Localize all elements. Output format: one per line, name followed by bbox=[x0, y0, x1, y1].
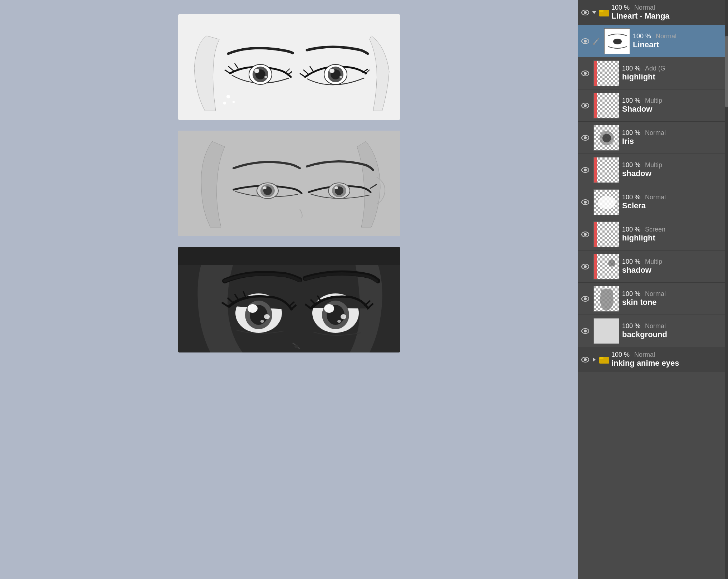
layer-blend-lineart bbox=[653, 33, 654, 40]
svg-point-113 bbox=[584, 358, 587, 361]
layer-info-highlight: 100 % Add (G highlight bbox=[622, 65, 726, 82]
visibility-icon-sclera[interactable] bbox=[580, 197, 591, 208]
svg-rect-100 bbox=[594, 254, 619, 279]
layer-highlight2[interactable]: 100 % Screen highlight bbox=[578, 218, 728, 250]
layer-highlight[interactable]: 100 % Add (G highlight bbox=[578, 57, 728, 89]
layer-name-background: background bbox=[622, 330, 726, 339]
layer-blend-mode-lineart: Normal bbox=[656, 33, 676, 40]
svg-point-44 bbox=[584, 40, 587, 43]
svg-point-36 bbox=[337, 320, 341, 323]
visibility-icon-skin-tone[interactable] bbox=[580, 293, 591, 304]
svg-rect-24 bbox=[178, 247, 400, 265]
svg-point-12 bbox=[233, 101, 235, 103]
layer-shadow3[interactable]: 100 % Multip shadow bbox=[578, 250, 728, 283]
layer-skin-tone[interactable]: 100 % Normal skin tone bbox=[578, 283, 728, 315]
layer-lineart[interactable]: 100 % Normal Lineart bbox=[578, 25, 728, 57]
layer-blend-inking bbox=[631, 351, 633, 359]
layer-info-inking: 100 % Normal inking anime eyes bbox=[611, 351, 726, 368]
svg-point-5 bbox=[264, 76, 267, 78]
layer-group-lineart-manga[interactable]: 100 % Normal Lineart - Manga bbox=[578, 0, 728, 25]
layer-blend-iris bbox=[642, 129, 644, 137]
svg-rect-78 bbox=[594, 157, 619, 183]
canvas-area bbox=[0, 0, 578, 579]
svg-point-47 bbox=[613, 39, 622, 44]
layer-name-iris: Iris bbox=[622, 137, 726, 146]
layer-name-lineart-manga: Lineart - Manga bbox=[611, 11, 726, 21]
layer-iris[interactable]: 100 % Normal Iris bbox=[578, 122, 728, 154]
layers-scrollbar[interactable] bbox=[725, 0, 728, 579]
svg-point-22 bbox=[334, 186, 338, 189]
layer-thumb-lineart bbox=[604, 28, 630, 54]
layer-sclera[interactable]: 100 % Normal Sclera bbox=[578, 186, 728, 218]
visibility-icon-highlight[interactable] bbox=[580, 68, 591, 79]
folder-icon-inking bbox=[599, 355, 609, 364]
layer-group-inking[interactable]: 100 % Normal inking anime eyes bbox=[578, 347, 728, 372]
svg-point-18 bbox=[263, 186, 267, 189]
layer-info-sclera: 100 % Normal Sclera bbox=[622, 194, 726, 210]
layer-opacity-iris: 100 % bbox=[622, 129, 640, 137]
svg-point-95 bbox=[584, 265, 587, 268]
visibility-icon-lineart[interactable] bbox=[580, 36, 591, 47]
mid-drawing-panel bbox=[178, 131, 400, 236]
layer-blend-mode-lineart-manga: Normal bbox=[634, 4, 655, 11]
visibility-icon-shadow3[interactable] bbox=[580, 261, 591, 272]
svg-point-45 bbox=[593, 43, 595, 45]
svg-rect-51 bbox=[597, 61, 619, 86]
scrollbar-thumb[interactable] bbox=[725, 36, 728, 107]
top-drawing-panel bbox=[178, 14, 400, 120]
svg-point-37 bbox=[294, 345, 298, 348]
group-arrow-lineart-manga[interactable] bbox=[591, 9, 598, 16]
layer-opacity-skin-tone: 100 % bbox=[622, 290, 640, 298]
layer-name-inking: inking anime eyes bbox=[611, 359, 726, 368]
top-panel-bg bbox=[178, 14, 400, 120]
layer-background[interactable]: 100 % Normal background bbox=[578, 315, 728, 347]
layer-thumb-sclera bbox=[593, 189, 619, 215]
svg-point-64 bbox=[584, 136, 587, 139]
layer-blend-lineart-manga bbox=[631, 4, 633, 11]
svg-marker-40 bbox=[592, 11, 596, 14]
layer-info-lineart: 100 % Normal Lineart bbox=[633, 33, 726, 49]
layer-opacity-inking: 100 % bbox=[611, 351, 630, 359]
layer-thumb-highlight bbox=[593, 60, 619, 86]
svg-point-4 bbox=[254, 69, 259, 73]
visibility-icon-iris[interactable] bbox=[580, 132, 591, 143]
brush-icon-lineart bbox=[592, 37, 600, 45]
layer-blend-mode-background: Normal bbox=[645, 322, 666, 330]
layer-blend-highlight2 bbox=[642, 226, 644, 233]
svg-point-71 bbox=[602, 134, 611, 142]
svg-point-88 bbox=[584, 233, 587, 236]
svg-point-110 bbox=[584, 330, 587, 332]
visibility-icon-inking[interactable] bbox=[580, 354, 591, 365]
svg-point-10 bbox=[339, 76, 342, 78]
visibility-icon-lineart-manga[interactable] bbox=[580, 7, 591, 18]
svg-point-34 bbox=[324, 304, 334, 313]
svg-rect-116 bbox=[599, 357, 604, 359]
layers-panel: 100 % Normal Lineart - Manga bbox=[578, 0, 728, 579]
layer-shadow1[interactable]: 100 % Multip Shadow bbox=[578, 89, 728, 122]
layer-thumb-shadow1 bbox=[593, 93, 619, 118]
visibility-icon-background[interactable] bbox=[580, 326, 591, 336]
svg-point-30 bbox=[260, 320, 264, 323]
visibility-icon-shadow2[interactable] bbox=[580, 165, 591, 175]
layer-info-background: 100 % Normal background bbox=[622, 322, 726, 339]
layer-opacity-sclera: 100 % bbox=[622, 194, 640, 201]
mid-panel-bg bbox=[178, 131, 400, 236]
layer-blend-mode-iris: Normal bbox=[645, 129, 666, 137]
layer-blend-sclera bbox=[642, 194, 644, 201]
layer-info-lineart-manga: 100 % Normal Lineart - Manga bbox=[611, 4, 726, 21]
svg-point-28 bbox=[248, 304, 258, 313]
group-arrow-inking[interactable] bbox=[591, 356, 598, 363]
layer-blend-shadow3 bbox=[642, 258, 644, 266]
layer-blend-mode-inking: Normal bbox=[634, 351, 655, 359]
visibility-icon-highlight2[interactable] bbox=[580, 229, 591, 240]
layer-name-shadow3: shadow bbox=[622, 266, 726, 275]
layer-info-highlight2: 100 % Screen highlight bbox=[622, 226, 726, 243]
visibility-icon-shadow1[interactable] bbox=[580, 100, 591, 111]
svg-point-9 bbox=[329, 69, 334, 73]
layer-info-shadow2: 100 % Multip shadow bbox=[622, 161, 726, 178]
layer-blend-background bbox=[642, 322, 644, 330]
layer-blend-mode-highlight: Add (G bbox=[645, 65, 665, 72]
layer-thumb-shadow2 bbox=[593, 157, 619, 183]
layer-opacity-shadow3: 100 % bbox=[622, 258, 640, 266]
layer-shadow2[interactable]: 100 % Multip shadow bbox=[578, 154, 728, 186]
